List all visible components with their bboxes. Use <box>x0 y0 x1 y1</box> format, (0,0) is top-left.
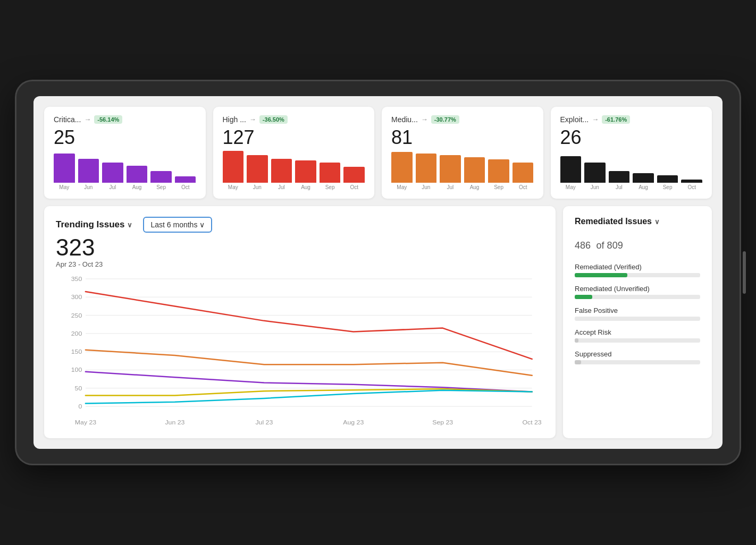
bar-label: Aug <box>301 184 310 190</box>
bar <box>150 171 172 183</box>
bar <box>681 180 702 183</box>
svg-text:250: 250 <box>71 312 82 319</box>
remediated-chevron[interactable]: ∨ <box>654 218 660 226</box>
progress-item: Remediated (Unverified) <box>575 285 700 299</box>
remediated-count: 486 of 809 <box>575 231 700 253</box>
bar-label: May <box>397 184 407 190</box>
card-medium: Mediu... → -30.77% 81 May Jun Jul <box>382 107 543 199</box>
bottom-row: Trending Issues ∨ Last 6 months ∨ 323 Ap… <box>44 206 712 438</box>
bar-group: Aug <box>464 157 485 190</box>
card-header: Mediu... → -30.77% <box>391 115 534 124</box>
card-arrow: → <box>592 115 599 123</box>
card-number: 25 <box>54 127 196 148</box>
progress-label: Accept Risk <box>575 328 700 336</box>
bar-label: Sep <box>325 184 335 190</box>
bar-label: Jul <box>110 184 116 190</box>
bar-label: Jun <box>422 184 430 190</box>
bar-chart: May Jun Jul Aug <box>223 153 365 190</box>
card-exploit: Exploit... → -61.76% 26 May Jun Jul <box>551 107 712 199</box>
card-header: High ... → -36.50% <box>223 115 365 124</box>
trending-chart-svg: 050100150200250300350May 23Jun 23Jul 23A… <box>56 274 544 428</box>
progress-label: Remediated (Unverified) <box>575 285 700 293</box>
progress-bar-bg <box>575 295 700 299</box>
bar-chart: May Jun Jul Aug <box>54 153 196 190</box>
card-title: High ... <box>223 115 246 124</box>
bar <box>488 159 509 183</box>
bar <box>560 156 582 183</box>
svg-text:Aug 23: Aug 23 <box>343 419 364 425</box>
bar-label: May <box>228 184 238 190</box>
bar-label: May <box>59 184 69 190</box>
date-filter-button[interactable]: Last 6 months ∨ <box>143 217 212 233</box>
bar-label: Jun <box>84 184 93 190</box>
bar-group: May <box>560 156 582 190</box>
progress-bar-bg <box>575 338 700 343</box>
card-high: High ... → -36.50% 127 May Jun Jul <box>213 107 375 199</box>
bar-group: Oct <box>343 167 365 190</box>
trending-date-range: Apr 23 - Oct 23 <box>56 260 544 268</box>
bar-group: May <box>54 154 75 190</box>
progress-list: Remediated (Verified) Remediated (Unveri… <box>575 263 700 364</box>
bar-group: Sep <box>320 163 341 190</box>
bar-label: Jun <box>591 184 599 190</box>
bar <box>54 154 75 183</box>
bar-group: Oct <box>681 180 702 190</box>
bar <box>391 152 413 183</box>
svg-text:Jul 23: Jul 23 <box>255 419 273 425</box>
bar <box>175 176 196 183</box>
bar <box>343 167 365 183</box>
trending-chevron[interactable]: ∨ <box>127 221 132 229</box>
svg-text:350: 350 <box>71 276 82 282</box>
progress-item: Accept Risk <box>575 328 700 343</box>
card-number: 26 <box>560 127 703 148</box>
bar-chart: May Jun Jul Aug <box>391 153 534 190</box>
bar-label: Oct <box>350 184 358 190</box>
bar-label: Sep <box>494 184 503 190</box>
bar-group: Sep <box>657 175 678 190</box>
svg-text:200: 200 <box>71 330 82 337</box>
bar-group: Jun <box>78 159 99 190</box>
bar-group: Jul <box>440 155 461 190</box>
progress-item: False Positive <box>575 306 700 321</box>
trending-header: Trending Issues ∨ Last 6 months ∨ <box>56 217 544 233</box>
bar <box>513 163 534 183</box>
trending-chart: 050100150200250300350May 23Jun 23Jul 23A… <box>56 274 544 428</box>
bar-group: Aug <box>295 160 316 190</box>
progress-bar-bg <box>575 273 700 277</box>
bar <box>271 159 292 183</box>
bar-group: Jul <box>271 159 292 190</box>
bar-group: Oct <box>175 176 196 190</box>
device-frame: Critica... → -56.14% 25 May Jun Jul <box>16 81 740 464</box>
bar-label: Oct <box>181 184 190 190</box>
remediated-total: of 809 <box>597 240 623 251</box>
bar <box>102 163 123 183</box>
bar-label: Aug <box>132 184 142 190</box>
trending-card: Trending Issues ∨ Last 6 months ∨ 323 Ap… <box>44 206 556 438</box>
top-cards: Critica... → -56.14% 25 May Jun Jul <box>44 107 712 199</box>
bar-chart: May Jun Jul Aug <box>560 153 703 190</box>
svg-text:300: 300 <box>71 294 82 300</box>
svg-text:Jun 23: Jun 23 <box>165 419 184 425</box>
progress-item: Remediated (Verified) <box>575 263 700 277</box>
bar-label: Oct <box>519 184 527 190</box>
bar-label: Jul <box>278 184 285 190</box>
card-header: Exploit... → -61.76% <box>560 115 703 124</box>
bar <box>416 154 437 183</box>
trending-title-text: Trending Issues <box>56 219 124 230</box>
bar-label: Sep <box>663 184 673 190</box>
card-badge: -56.14% <box>94 115 122 124</box>
progress-bar-bg <box>575 360 700 364</box>
bar <box>295 160 316 183</box>
bar-group: Oct <box>513 163 534 190</box>
bar-label: Oct <box>687 184 696 190</box>
screen: Critica... → -56.14% 25 May Jun Jul <box>33 96 723 449</box>
card-header: Critica... → -56.14% <box>54 115 196 124</box>
progress-item: Suppressed <box>575 350 700 364</box>
bar-group: Jun <box>247 155 268 190</box>
remediated-title: Remediated Issues <box>575 217 652 226</box>
progress-bar-fill <box>575 360 581 364</box>
bar-group: Jul <box>102 163 123 190</box>
bar <box>633 173 654 183</box>
progress-label: Remediated (Verified) <box>575 263 700 271</box>
card-critical: Critica... → -56.14% 25 May Jun Jul <box>44 107 206 199</box>
